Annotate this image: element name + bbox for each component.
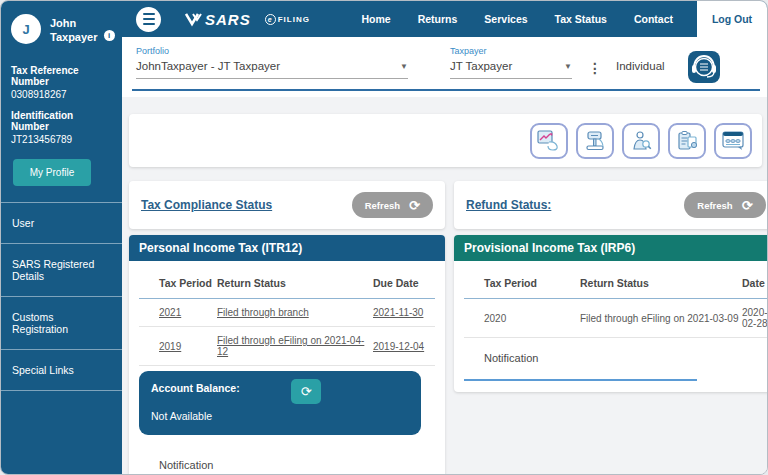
due-date-link[interactable]: 2021-11-30	[373, 307, 435, 318]
clipboard-documents-icon[interactable]	[668, 123, 706, 159]
logout-button[interactable]: Log Out	[697, 1, 767, 37]
tax-reference-value: 0308918267	[11, 89, 112, 100]
column-date: Date	[742, 277, 768, 289]
nav-tax-status[interactable]: Tax Status	[555, 13, 607, 25]
portfolio-value: JohnTaxpayer - JT Taxpayer	[136, 60, 280, 72]
return-status-link[interactable]: Filed through eFiling on 2021-04-12	[217, 335, 373, 357]
top-nav-links: Home Returns Services Tax Status Contact	[361, 13, 673, 25]
nav-home[interactable]: Home	[361, 13, 390, 25]
identification-block: Identification Number JT213456789	[1, 110, 122, 145]
nav-returns[interactable]: Returns	[418, 13, 458, 25]
online-services-icon[interactable]	[714, 123, 752, 159]
tax-period-link[interactable]: 2021	[159, 307, 217, 318]
sidebar: J John Taxpayer i Tax Reference Number 0…	[1, 1, 122, 474]
tax-compliance-card: Tax Compliance Status Refresh ⟳	[129, 181, 445, 229]
identification-label: Identification Number	[11, 110, 112, 132]
tax-period-value: 2020	[484, 313, 580, 324]
quick-links-card	[129, 114, 762, 167]
info-icon[interactable]: i	[104, 30, 115, 41]
notification-underline	[464, 379, 697, 381]
right-column: Refund Status: Refresh ⟳ Provisional Inc…	[454, 181, 768, 392]
scanner-device-icon[interactable]	[576, 123, 614, 159]
main-content: Portfolio JohnTaxpayer - JT Taxpayer ▼ T…	[122, 37, 767, 474]
dashboard-columns: Tax Compliance Status Refresh ⟳ Personal…	[129, 181, 762, 475]
irp6-notification-label: Notification	[454, 352, 768, 364]
column-return-status: Return Status	[217, 277, 373, 289]
irp6-table-header: Tax Period Return Status Date	[464, 261, 768, 299]
irp6-row-2020: 2020 Filed through eFiling on 2021-03-09…	[464, 299, 768, 338]
column-tax-period: Tax Period	[159, 277, 217, 289]
refund-status-card: Refund Status: Refresh ⟳	[454, 181, 768, 229]
tax-reference-label: Tax Reference Number	[11, 65, 112, 87]
identification-value: JT213456789	[11, 134, 112, 145]
efiling-e-icon: e	[265, 14, 276, 25]
refund-status-link[interactable]: Refund Status:	[466, 198, 551, 212]
irp6-card: Provisional Income Tax (IRP6) Tax Period…	[454, 235, 768, 392]
tax-period-link[interactable]: 2019	[159, 341, 217, 352]
user-name-line2: Taxpayer	[50, 30, 98, 44]
refresh-icon: ⟳	[742, 199, 753, 212]
irp6-table: Tax Period Return Status Date 2020 Filed…	[454, 261, 768, 338]
efiling-dashboard-page: J John Taxpayer i Tax Reference Number 0…	[0, 0, 768, 475]
account-balance-box: Account Balance: ⟳ Not Available	[139, 371, 421, 435]
itr12-row-2019: 2019 Filed through eFiling on 2021-04-12…	[139, 327, 435, 366]
sars-wordmark: SARS	[205, 11, 251, 28]
date-value: 2020-02-28	[742, 307, 768, 329]
chevron-down-icon: ▼	[400, 62, 408, 71]
sars-logo: SARS e FILING	[185, 11, 310, 28]
itr12-card: Personal Income Tax (ITR12) Tax Period R…	[129, 235, 445, 475]
portfolio-label: Portfolio	[136, 46, 408, 56]
tax-compliance-status-link[interactable]: Tax Compliance Status	[141, 198, 272, 212]
left-column: Tax Compliance Status Refresh ⟳ Personal…	[129, 181, 445, 475]
my-profile-button[interactable]: My Profile	[13, 159, 91, 186]
top-navigation-bar: SARS e FILING Home Returns Services Tax …	[122, 1, 767, 37]
sidebar-item-special-links[interactable]: Special Links	[1, 349, 122, 391]
portfolio-bar: Portfolio JohnTaxpayer - JT Taxpayer ▼ T…	[122, 37, 767, 97]
portfolio-select[interactable]: Portfolio JohnTaxpayer - JT Taxpayer ▼	[136, 46, 408, 79]
efiling-logo: e FILING	[265, 14, 310, 25]
return-status-value: Filed through eFiling on 2021-03-09	[580, 313, 742, 324]
taxpayer-type-label: Individual	[616, 60, 665, 72]
user-name-line1: John	[50, 16, 98, 30]
return-status-link[interactable]: Filed through branch	[217, 307, 373, 318]
account-balance-value: Not Available	[151, 410, 409, 422]
tax-reference-block: Tax Reference Number 0308918267	[1, 65, 122, 100]
taxpayer-value: JT Taxpayer	[450, 60, 512, 72]
irp6-card-title: Provisional Income Tax (IRP6)	[454, 235, 768, 261]
sars-tick-icon	[185, 11, 202, 27]
refresh-icon: ⟳	[409, 199, 420, 212]
chevron-down-icon: ▼	[564, 62, 572, 71]
itr12-notification-label: Notification	[129, 459, 445, 471]
column-due-date: Due Date	[373, 277, 435, 289]
account-balance-label: Account Balance:	[151, 382, 409, 394]
column-return-status: Return Status	[580, 277, 742, 289]
efiling-wordmark: FILING	[278, 15, 310, 24]
sidebar-item-user[interactable]: User	[1, 202, 122, 243]
kebab-menu-icon[interactable]: ⋮	[588, 60, 602, 76]
person-search-icon[interactable]	[622, 123, 660, 159]
itr12-table-header: Tax Period Return Status Due Date	[139, 261, 435, 299]
hamburger-menu-icon[interactable]	[136, 7, 161, 32]
itr12-card-title: Personal Income Tax (ITR12)	[129, 235, 445, 261]
refund-refresh-button[interactable]: Refresh ⟳	[684, 192, 765, 218]
taxpayer-label: Taxpayer	[450, 46, 572, 56]
itr12-row-2021: 2021 Filed through branch 2021-11-30	[139, 299, 435, 327]
column-tax-period: Tax Period	[484, 277, 580, 289]
account-balance-refresh-button[interactable]: ⟳	[291, 379, 321, 404]
help-you-efile-icon[interactable]	[687, 50, 721, 88]
sidebar-item-customs-registration[interactable]: Customs Registration	[1, 296, 122, 349]
compliance-refresh-button[interactable]: Refresh ⟳	[352, 192, 433, 218]
avatar: J	[11, 14, 41, 44]
user-name: John Taxpayer	[50, 16, 98, 45]
refresh-label: Refresh	[365, 200, 400, 211]
nav-contact[interactable]: Contact	[634, 13, 673, 25]
sidebar-item-sars-registered-details[interactable]: SARS Registered Details	[1, 243, 122, 296]
reports-chart-icon[interactable]	[530, 123, 568, 159]
taxpayer-select[interactable]: Taxpayer JT Taxpayer ▼	[450, 46, 572, 79]
nav-services[interactable]: Services	[484, 13, 527, 25]
sidebar-menu: User SARS Registered Details Customs Reg…	[1, 202, 122, 391]
refresh-label: Refresh	[697, 200, 732, 211]
itr12-table: Tax Period Return Status Due Date 2021 F…	[129, 261, 445, 366]
user-block: J John Taxpayer i	[1, 1, 122, 45]
due-date-link[interactable]: 2019-12-04	[373, 341, 435, 352]
